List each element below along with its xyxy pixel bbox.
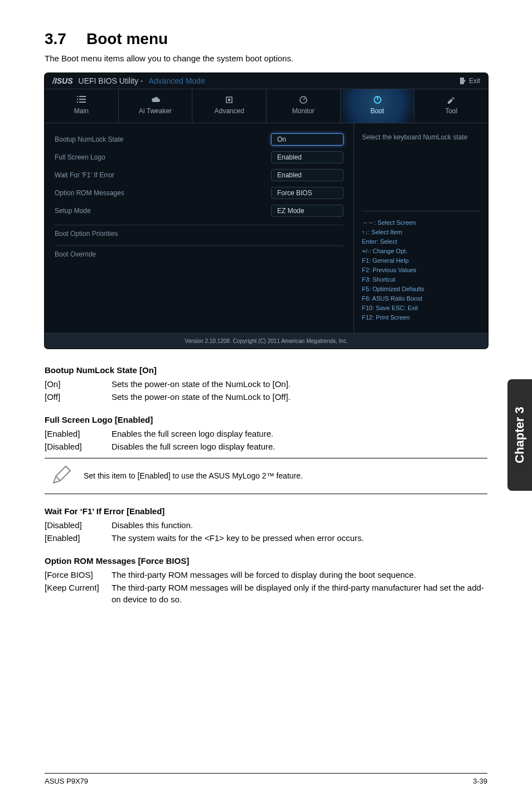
exit-label: Exit xyxy=(469,77,480,85)
definition-term: [Keep Current] xyxy=(45,582,112,605)
bios-titlebar: /ISUS UEFI BIOS Utility - Advanced Mode … xyxy=(45,73,488,89)
definition-term: [Enabled] xyxy=(45,428,112,439)
help-key-line: F2: Previous Values xyxy=(362,265,480,275)
footer-left: ASUS P9X79 xyxy=(45,777,88,785)
help-key-line: F6: ASUS Ratio Boost xyxy=(362,294,480,303)
help-key-line: F12: Print Screen xyxy=(362,313,480,322)
tab-label: Main xyxy=(74,107,89,115)
cloud-icon xyxy=(150,95,161,105)
definition-row: [Enabled] The system waits for the <F1> … xyxy=(45,532,487,544)
bios-footer: Version 2.10.1208. Copyright (C) 2011 Am… xyxy=(45,333,488,349)
help-key-line: F10: Save ESC: Exit xyxy=(362,303,480,313)
definition-row: [Enabled] Enables the full screen logo d… xyxy=(45,428,487,439)
help-key-line: Enter: Select xyxy=(362,237,480,247)
page-footer: ASUS P9X79 3-39 xyxy=(45,773,487,785)
section-divider: Boot Option Priorities xyxy=(55,225,344,238)
tab-tool[interactable]: Tool xyxy=(414,89,488,123)
section-divider: Boot Override xyxy=(55,245,344,258)
tab-label: Ai Tweaker xyxy=(139,107,172,115)
option-row[interactable]: Setup Mode EZ Mode xyxy=(55,205,344,217)
definition-desc: Sets the power-on state of the NumLock t… xyxy=(112,391,487,403)
chip-icon xyxy=(224,95,235,105)
option-value[interactable]: Enabled xyxy=(271,151,344,163)
tool-icon xyxy=(446,95,457,105)
help-key-line: →←: Select Screen xyxy=(362,218,480,228)
option-row[interactable]: Full Screen Logo Enabled xyxy=(55,151,344,163)
tab-label: Advanced xyxy=(214,107,244,115)
definition-term: [Force BIOS] xyxy=(45,569,112,581)
help-key-line: +/-: Change Opt. xyxy=(362,247,480,256)
svg-rect-2 xyxy=(77,99,78,100)
svg-rect-0 xyxy=(77,96,78,97)
definition-row: [Keep Current] The third-party ROM messa… xyxy=(45,582,487,605)
page-title: 3.7Boot menu xyxy=(45,30,487,48)
list-icon xyxy=(76,95,87,105)
definition-term: [Off] xyxy=(45,391,112,403)
subsection-heading: Option ROM Messages [Force BIOS] xyxy=(45,556,487,566)
svg-rect-5 xyxy=(79,102,86,103)
definition-desc: Sets the power-on state of the NumLock t… xyxy=(112,378,487,390)
power-icon xyxy=(372,95,383,105)
help-key-line: F1: General Help xyxy=(362,256,480,265)
note-box: Set this item to [Enabled] to use the AS… xyxy=(45,458,487,494)
section-title-text: Boot menu xyxy=(86,30,168,47)
bios-tabbar: Main Ai Tweaker Advanced Monitor xyxy=(45,89,488,123)
tab-boot[interactable]: Boot xyxy=(341,89,415,123)
option-value[interactable]: Force BIOS xyxy=(271,187,344,199)
option-row[interactable]: Wait For 'F1' If Error Enabled xyxy=(55,169,344,181)
svg-rect-1 xyxy=(79,96,86,97)
option-value[interactable]: On xyxy=(271,133,344,146)
definition-desc: Enables the full screen logo display fea… xyxy=(112,428,487,439)
exit-button[interactable]: Exit xyxy=(460,77,480,85)
option-label: Setup Mode xyxy=(55,207,91,215)
definition-row: [On] Sets the power-on state of the NumL… xyxy=(45,378,487,390)
option-value[interactable]: EZ Mode xyxy=(271,205,344,217)
bios-title-mode: Advanced Mode xyxy=(148,76,205,85)
definition-desc: The system waits for the <F1> key to be … xyxy=(112,532,487,544)
help-key-line: F3: Shortcut xyxy=(362,275,480,284)
option-row[interactable]: Option ROM Messages Force BIOS xyxy=(55,187,344,199)
exit-icon xyxy=(460,78,466,84)
svg-rect-3 xyxy=(79,99,86,100)
tab-label: Tool xyxy=(445,107,457,115)
help-key-line: ↑↓: Select Item xyxy=(362,228,480,237)
option-label: Wait For 'F1' If Error xyxy=(55,171,114,179)
definition-desc: Disables this function. xyxy=(112,519,487,531)
section-intro: The Boot menu items allow you to change … xyxy=(45,54,487,63)
tab-label: Monitor xyxy=(292,107,315,115)
bios-help-text: Select the keyboard NumLock state xyxy=(362,133,480,211)
definition-desc: The third-party ROM messages will be dis… xyxy=(112,582,487,605)
option-label: Option ROM Messages xyxy=(55,189,124,197)
definition-desc: The third-party ROM messages will be for… xyxy=(112,569,487,581)
help-key-line: F5: Optimized Defaults xyxy=(362,284,480,294)
chapter-side-tab: Chapter 3 xyxy=(507,379,532,491)
option-label: Bootup NumLock State xyxy=(55,136,123,143)
bios-title-app: UEFI BIOS Utility - xyxy=(79,76,143,85)
tab-advanced[interactable]: Advanced xyxy=(192,89,267,123)
footer-right: 3-39 xyxy=(473,777,487,785)
subsection-heading: Wait For ‘F1’ If Error [Enabled] xyxy=(45,506,487,516)
definition-row: [Off] Sets the power-on state of the Num… xyxy=(45,391,487,403)
definition-row: [Force BIOS] The third-party ROM message… xyxy=(45,569,487,581)
definition-row: [Disabled] Disables the full screen logo… xyxy=(45,441,487,452)
definition-term: [Disabled] xyxy=(45,519,112,531)
definition-term: [On] xyxy=(45,378,112,390)
bios-brand: /ISUS xyxy=(52,76,73,85)
monitor-icon xyxy=(298,95,309,105)
option-value[interactable]: Enabled xyxy=(271,169,344,181)
definition-term: [Enabled] xyxy=(45,532,112,544)
tab-label: Boot xyxy=(370,107,384,115)
tab-ai-tweaker[interactable]: Ai Tweaker xyxy=(119,89,193,123)
tab-main[interactable]: Main xyxy=(45,89,119,123)
pencil-icon xyxy=(50,464,72,488)
tab-monitor[interactable]: Monitor xyxy=(267,89,341,123)
svg-line-9 xyxy=(303,98,305,100)
bios-help-keys: →←: Select Screen ↑↓: Select Item Enter:… xyxy=(362,211,480,323)
definition-term: [Disabled] xyxy=(45,441,112,452)
definition-desc: Disables the full screen logo display fe… xyxy=(112,441,487,452)
subsection-heading: Bootup NumLock State [On] xyxy=(45,365,487,375)
subsection-heading: Full Screen Logo [Enabled] xyxy=(45,415,487,424)
definition-row: [Disabled] Disables this function. xyxy=(45,519,487,531)
svg-rect-4 xyxy=(77,102,78,103)
option-row[interactable]: Bootup NumLock State On xyxy=(55,133,344,146)
